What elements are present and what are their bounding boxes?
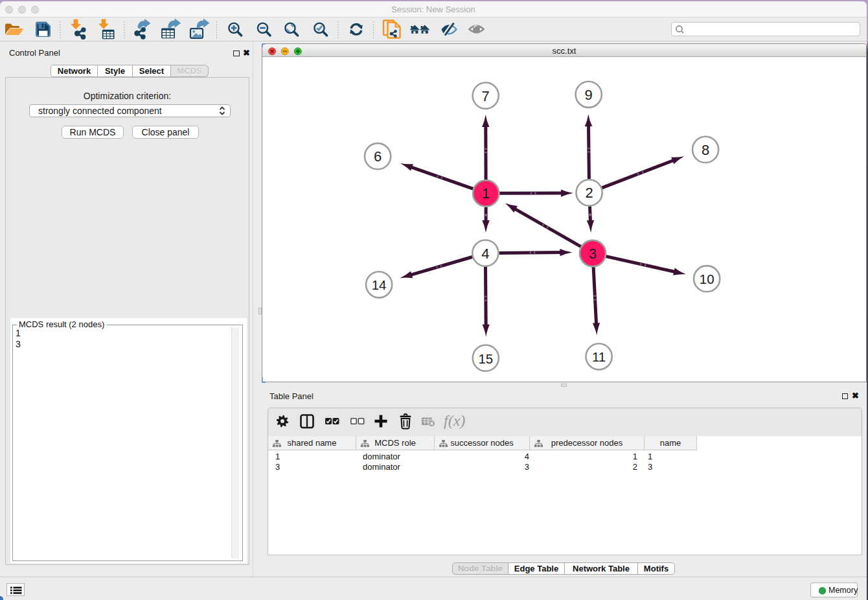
svg-text:3: 3 <box>589 246 597 262</box>
svg-text:4: 4 <box>481 246 489 262</box>
svg-text:9: 9 <box>585 87 593 103</box>
svg-text:7: 7 <box>482 88 490 104</box>
svg-text:6: 6 <box>374 148 382 165</box>
svg-text:1: 1 <box>482 185 490 202</box>
svg-text:11: 11 <box>592 349 606 364</box>
svg-text:f(x): f(x) <box>444 412 465 429</box>
svg-text:8: 8 <box>702 142 709 158</box>
svg-text:10: 10 <box>700 271 714 286</box>
svg-text:14: 14 <box>372 277 387 292</box>
svg-text:2: 2 <box>585 185 593 201</box>
svg-text:15: 15 <box>478 351 493 366</box>
